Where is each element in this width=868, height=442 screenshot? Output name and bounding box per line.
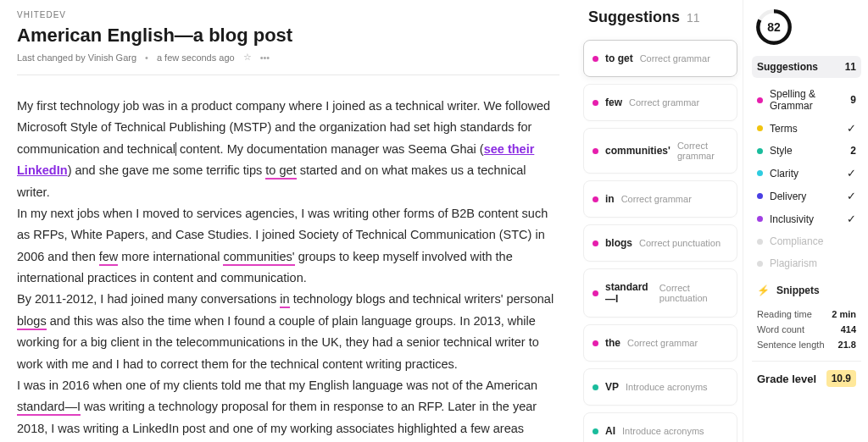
check-icon: ✓ — [847, 213, 856, 225]
suggestion-reason: Correct grammar — [627, 338, 698, 348]
stat-label: Word count — [757, 324, 804, 334]
issue-standard[interactable]: standard—I — [17, 400, 81, 416]
category-label: Spelling & Grammar — [770, 88, 843, 112]
category-pip — [757, 193, 763, 199]
suggestion-card[interactable]: standard—ICorrect punctuation — [583, 268, 737, 318]
category-pip — [593, 290, 598, 296]
category-value: 9 — [850, 94, 856, 106]
suggestion-reason: Correct punctuation — [639, 238, 721, 248]
doc-meta: Last changed by Vinish Garg • a few seco… — [17, 52, 559, 63]
suggestions-column: Suggestions 11 to getCorrect grammarfewC… — [576, 0, 743, 442]
sidebar: 82 Suggestions 11 Spelling & Grammar9Ter… — [743, 0, 868, 442]
category-row[interactable]: Clarity✓ — [752, 162, 861, 185]
stat-label: Sentence length — [757, 340, 825, 350]
category-pip — [593, 240, 598, 246]
suggestion-card[interactable]: inCorrect grammar — [583, 180, 737, 218]
suggestion-card[interactable]: AIIntroduce acronyms — [583, 412, 737, 442]
category-pip — [757, 97, 763, 103]
check-icon: ✓ — [847, 122, 856, 135]
category-label: Plagiarism — [770, 257, 856, 269]
suggestion-reason: Correct grammar — [621, 194, 692, 204]
category-pip — [593, 196, 598, 202]
editor-column: VHITEDEV American English—a blog post La… — [0, 0, 576, 442]
body-text: was writing a technology proposal for th… — [17, 400, 537, 442]
text-cursor — [175, 142, 176, 156]
stat-row: Word count414 — [752, 322, 861, 337]
meta-time: a few seconds ago — [157, 52, 235, 63]
category-pip — [757, 125, 763, 131]
suggestion-term: the — [605, 337, 620, 349]
suggestions-list: to getCorrect grammarfewCorrect grammarc… — [583, 40, 737, 442]
meta-author: Last changed by Vinish Garg — [17, 52, 136, 63]
document-body[interactable]: My first technology job was in a product… — [17, 96, 559, 442]
suggestions-header: Suggestions 11 — [583, 8, 737, 26]
suggestion-term: standard—I — [605, 281, 653, 305]
category-pip — [593, 56, 598, 62]
stat-value: 2 min — [832, 309, 856, 319]
suggestion-term: AI — [605, 425, 615, 437]
issue-to-get[interactable]: to get — [265, 163, 296, 180]
suggestion-reason: Introduce acronyms — [622, 426, 704, 436]
suggestions-heading: Suggestions — [588, 8, 680, 26]
category-label: Inclusivity — [770, 213, 840, 225]
snippets-row[interactable]: ⚡ Snippets — [752, 279, 861, 301]
category-row[interactable]: Terms✓ — [752, 117, 861, 140]
grade-label: Grade level — [757, 373, 816, 385]
stat-row: Sentence length21.8 — [752, 337, 861, 352]
suggestion-card[interactable]: theCorrect grammar — [583, 324, 737, 362]
category-row: Plagiarism — [752, 252, 861, 274]
body-text: and this was also the time when I found … — [17, 314, 539, 371]
category-pip — [757, 170, 763, 176]
check-icon: ✓ — [847, 167, 856, 180]
category-row: Compliance — [752, 230, 861, 252]
snippets-label: Snippets — [776, 285, 856, 296]
suggestion-term: few — [605, 97, 622, 108]
category-pip — [593, 100, 598, 106]
score-ring[interactable]: 82 — [755, 8, 793, 46]
suggestion-card[interactable]: VPIntroduce acronyms — [583, 368, 737, 406]
suggestion-reason: Correct grammar — [677, 141, 728, 161]
category-pip — [593, 384, 598, 390]
suggestion-term: blogs — [605, 237, 632, 249]
category-value: 2 — [850, 145, 856, 157]
more-menu-icon[interactable]: ••• — [260, 52, 270, 63]
body-text: By 2011-2012, I had joined many conversa… — [17, 292, 280, 306]
category-pip — [593, 340, 598, 346]
suggestion-term: VP — [605, 381, 619, 393]
suggestion-card[interactable]: blogsCorrect punctuation — [583, 224, 737, 262]
category-row[interactable]: Inclusivity✓ — [752, 207, 861, 230]
page-title: American English—a blog post — [17, 25, 559, 47]
category-list: Spelling & Grammar9Terms✓Style2Clarity✓D… — [752, 83, 861, 274]
category-pip — [757, 216, 763, 222]
grade-row[interactable]: Grade level 10.9 — [752, 361, 861, 387]
suggestion-card[interactable]: communities'Correct grammar — [583, 128, 737, 174]
issue-in[interactable]: in — [280, 292, 289, 308]
issue-few[interactable]: few — [99, 250, 119, 266]
sidebar-header-count: 11 — [845, 61, 856, 73]
suggestion-reason: Introduce acronyms — [626, 382, 708, 392]
suggestion-reason: Correct punctuation — [659, 283, 728, 303]
sidebar-suggestions-header[interactable]: Suggestions 11 — [752, 56, 861, 78]
category-label: Style — [770, 145, 843, 157]
suggestion-card[interactable]: to getCorrect grammar — [583, 40, 737, 77]
issue-blogs[interactable]: blogs — [17, 314, 47, 330]
category-pip — [757, 261, 763, 267]
body-text: content. My documentation manager was Se… — [180, 142, 484, 156]
issue-communities[interactable]: communities' — [223, 250, 294, 266]
category-pip — [593, 148, 598, 154]
favorite-icon[interactable]: ☆ — [243, 52, 252, 63]
category-row[interactable]: Delivery✓ — [752, 185, 861, 207]
suggestion-term: to get — [605, 52, 633, 64]
suggestion-card[interactable]: fewCorrect grammar — [583, 84, 737, 121]
category-row[interactable]: Spelling & Grammar9 — [752, 83, 861, 117]
suggestion-term: in — [605, 193, 615, 205]
category-row[interactable]: Style2 — [752, 140, 861, 162]
meta-separator: • — [145, 52, 148, 63]
stat-row: Reading time2 min — [752, 307, 861, 322]
breadcrumb[interactable]: VHITEDEV — [17, 10, 559, 19]
suggestion-term: communities' — [605, 145, 670, 157]
stat-list: Reading time2 minWord count414Sentence l… — [752, 307, 861, 352]
category-label: Compliance — [770, 235, 856, 247]
suggestion-reason: Correct grammar — [629, 97, 699, 108]
stat-label: Reading time — [757, 309, 812, 319]
